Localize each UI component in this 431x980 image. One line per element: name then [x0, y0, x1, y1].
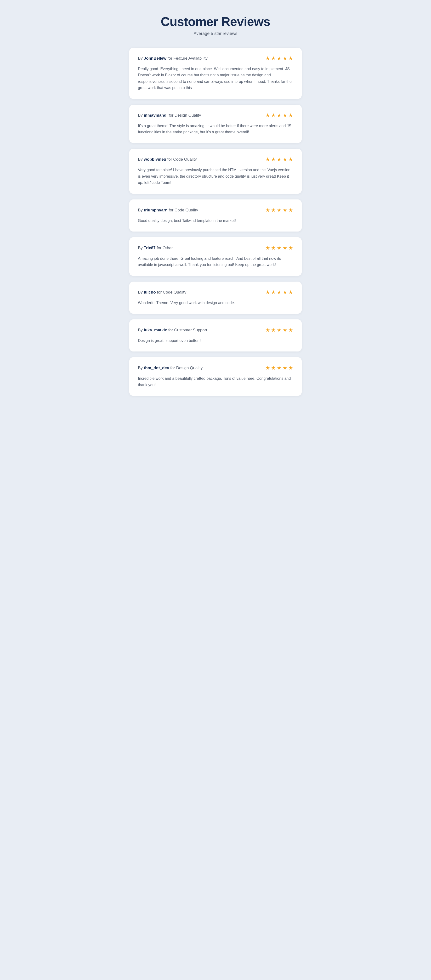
review-header: By triumphyarn for Code Quality ★★★★★ — [138, 207, 293, 213]
star-rating: ★★★★★ — [265, 365, 293, 371]
star-icon: ★ — [283, 289, 287, 296]
star-rating: ★★★★★ — [265, 327, 293, 333]
page-header: Customer Reviews Average 5 star reviews — [161, 14, 270, 36]
star-icon: ★ — [271, 245, 276, 251]
review-author-name: wobblymeg — [144, 157, 166, 162]
star-icon: ★ — [283, 112, 287, 119]
review-header: By Trix87 for Other ★★★★★ — [138, 245, 293, 251]
review-author-line: By Trix87 for Other — [138, 246, 173, 250]
star-icon: ★ — [265, 156, 270, 162]
review-author-name: luka_matkic — [144, 328, 167, 332]
review-card: By triumphyarn for Code Quality ★★★★★ Go… — [129, 199, 302, 232]
by-prefix: By — [138, 208, 144, 212]
star-rating: ★★★★★ — [265, 112, 293, 119]
star-icon: ★ — [265, 365, 270, 371]
review-card: By luka_matkic for Customer Support ★★★★… — [129, 320, 302, 352]
star-icon: ★ — [288, 55, 293, 62]
star-rating: ★★★★★ — [265, 289, 293, 296]
review-author-name: JohnBellew — [144, 56, 166, 60]
review-category: for Code Quality — [156, 290, 186, 294]
review-text: It's a great theme! The style is amazing… — [138, 123, 293, 135]
star-icon: ★ — [283, 245, 287, 251]
review-category: for Customer Support — [167, 328, 207, 332]
review-header: By thm_dot_dev for Design Quality ★★★★★ — [138, 365, 293, 371]
by-prefix: By — [138, 157, 144, 162]
star-icon: ★ — [283, 156, 287, 162]
star-icon: ★ — [265, 327, 270, 333]
page-title: Customer Reviews — [161, 14, 270, 29]
star-icon: ★ — [271, 327, 276, 333]
star-icon: ★ — [277, 156, 282, 162]
star-icon: ★ — [277, 207, 282, 213]
star-icon: ★ — [288, 207, 293, 213]
star-icon: ★ — [277, 289, 282, 296]
review-card: By mmaymandi for Design Quality ★★★★★ It… — [129, 105, 302, 143]
review-text: Design is great, support even better ! — [138, 337, 293, 344]
by-prefix: By — [138, 56, 144, 60]
star-icon: ★ — [288, 112, 293, 119]
review-author-name: Trix87 — [144, 246, 156, 250]
star-icon: ★ — [265, 55, 270, 62]
review-header: By mmaymandi for Design Quality ★★★★★ — [138, 112, 293, 119]
review-category: for Design Quality — [168, 113, 201, 118]
review-header: By JohnBellew for Feature Availability ★… — [138, 55, 293, 62]
reviews-container: By JohnBellew for Feature Availability ★… — [129, 48, 302, 396]
star-icon: ★ — [271, 207, 276, 213]
star-rating: ★★★★★ — [265, 55, 293, 62]
review-card: By lulcho for Code Quality ★★★★★ Wonderf… — [129, 282, 302, 313]
review-category: for Other — [156, 246, 173, 250]
star-icon: ★ — [271, 289, 276, 296]
by-prefix: By — [138, 290, 144, 294]
star-icon: ★ — [277, 55, 282, 62]
star-icon: ★ — [271, 156, 276, 162]
review-header: By lulcho for Code Quality ★★★★★ — [138, 289, 293, 296]
review-author-line: By luka_matkic for Customer Support — [138, 328, 207, 332]
star-icon: ★ — [265, 289, 270, 296]
star-icon: ★ — [288, 245, 293, 251]
review-author-line: By lulcho for Code Quality — [138, 290, 186, 295]
review-text: Good quality design, best Tailwind templ… — [138, 218, 293, 224]
star-icon: ★ — [271, 55, 276, 62]
star-icon: ★ — [288, 289, 293, 296]
star-icon: ★ — [283, 55, 287, 62]
star-icon: ★ — [271, 112, 276, 119]
review-card: By Trix87 for Other ★★★★★ Amazing job do… — [129, 237, 302, 276]
review-text: Very good template! I have previously pu… — [138, 167, 293, 186]
by-prefix: By — [138, 328, 144, 332]
review-author-line: By triumphyarn for Code Quality — [138, 208, 198, 213]
star-rating: ★★★★★ — [265, 207, 293, 213]
review-card: By thm_dot_dev for Design Quality ★★★★★ … — [129, 357, 302, 396]
review-author-line: By wobblymeg for Code Quality — [138, 157, 197, 162]
review-card: By JohnBellew for Feature Availability ★… — [129, 48, 302, 99]
star-icon: ★ — [271, 365, 276, 371]
star-icon: ★ — [283, 365, 287, 371]
review-author-line: By thm_dot_dev for Design Quality — [138, 366, 203, 371]
star-icon: ★ — [265, 207, 270, 213]
review-author-name: mmaymandi — [144, 113, 168, 118]
review-author-name: triumphyarn — [144, 208, 168, 212]
review-text: Amazing job done there! Great looking an… — [138, 256, 293, 268]
review-card: By wobblymeg for Code Quality ★★★★★ Very… — [129, 149, 302, 194]
star-icon: ★ — [288, 365, 293, 371]
star-icon: ★ — [277, 112, 282, 119]
review-category: for Design Quality — [169, 366, 203, 370]
star-icon: ★ — [277, 245, 282, 251]
review-author-name: lulcho — [144, 290, 156, 294]
by-prefix: By — [138, 113, 144, 118]
review-text: Wonderful Theme. Very good work with des… — [138, 300, 293, 306]
review-author-name: thm_dot_dev — [144, 366, 169, 370]
review-category: for Code Quality — [168, 208, 198, 212]
review-category: for Code Quality — [166, 157, 197, 162]
star-rating: ★★★★★ — [265, 245, 293, 251]
by-prefix: By — [138, 246, 144, 250]
star-icon: ★ — [265, 245, 270, 251]
star-rating: ★★★★★ — [265, 156, 293, 162]
review-text: Incredible work and a beautifully crafte… — [138, 375, 293, 388]
review-author-line: By JohnBellew for Feature Availability — [138, 56, 208, 61]
page-subtitle: Average 5 star reviews — [161, 31, 270, 36]
star-icon: ★ — [288, 156, 293, 162]
star-icon: ★ — [288, 327, 293, 333]
review-header: By luka_matkic for Customer Support ★★★★… — [138, 327, 293, 333]
star-icon: ★ — [277, 365, 282, 371]
review-text: Really good. Everything I need in one pl… — [138, 66, 293, 91]
